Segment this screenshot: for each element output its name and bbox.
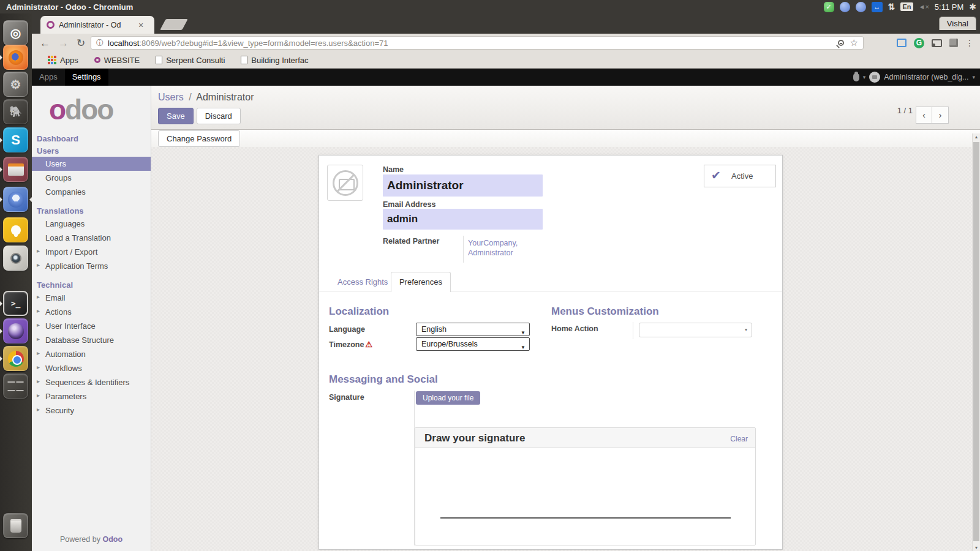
timezone-select[interactable]: Europe/Brussels ▼ [416, 337, 530, 351]
skype-icon[interactable]: S [3, 127, 28, 152]
name-field[interactable]: Administrator [383, 174, 543, 197]
volume-muted-icon[interactable]: ◄× [919, 3, 929, 10]
sidebar-item-sequences-identifiers[interactable]: ▸Sequences & Identifiers [32, 375, 151, 389]
sidebar-item-parameters[interactable]: ▸Parameters [32, 389, 151, 403]
sidebar-heading-dashboard[interactable]: Dashboard [32, 132, 151, 144]
trash-icon[interactable] [3, 513, 28, 538]
tab-access-rights[interactable]: Access Rights [337, 277, 388, 287]
chevron-down-icon[interactable]: ▾ [863, 74, 866, 80]
bookmark-apps[interactable]: Apps [48, 56, 78, 65]
nav-item-settings[interactable]: Settings [65, 69, 108, 86]
camera-app-icon[interactable] [3, 246, 28, 271]
postgresql-icon[interactable]: 🐘 [3, 99, 28, 124]
sidebar-item-security[interactable]: ▸Security [32, 403, 151, 418]
expand-arrow-icon: ▸ [37, 261, 40, 268]
name-label: Name [383, 165, 404, 174]
select-caret-icon: ▼ [521, 342, 526, 354]
sidebar-item-workflows[interactable]: ▸Workflows [32, 361, 151, 375]
skype-online-icon[interactable]: ✓ [824, 2, 834, 12]
archive-drawer-glyph [8, 163, 24, 176]
bookmark-website[interactable]: WEBSITE [94, 56, 140, 65]
sidebar-item-import-export[interactable]: ▸Import / Export [32, 245, 151, 259]
sidebar-item-email[interactable]: ▸Email [32, 291, 151, 305]
google-keep-icon[interactable] [3, 217, 28, 242]
cube-extension-icon[interactable] [949, 39, 958, 47]
sidebar-item-database-structure[interactable]: ▸Database Structure [32, 333, 151, 347]
workspace-switcher-icon[interactable] [3, 373, 28, 399]
chrome-icon[interactable] [3, 346, 28, 371]
scrollbar-thumb[interactable] [973, 142, 979, 541]
debug-bug-icon[interactable] [853, 73, 859, 81]
pager-previous-button[interactable]: ‹ [916, 107, 932, 124]
chevron-down-icon[interactable]: ▾ [972, 74, 975, 80]
browser-menu-icon[interactable]: ⋮ [965, 38, 974, 48]
teamviewer-icon[interactable]: ↔ [872, 2, 883, 12]
sidebar-heading-translations[interactable]: Translations [32, 204, 151, 217]
clear-signature-link[interactable]: Clear [730, 435, 748, 443]
sidebar-item-groups[interactable]: Groups [32, 171, 151, 185]
pager-next-button[interactable]: › [932, 107, 949, 124]
sidebar-item-automation[interactable]: ▸Automation [32, 347, 151, 361]
screen-capture-extension-icon[interactable] [897, 39, 907, 47]
network-arrows-icon[interactable]: ⇅ [888, 2, 895, 12]
keyboard-layout-indicator[interactable]: En [900, 2, 913, 11]
browser-tab-active[interactable]: Administrator - Od × [40, 16, 154, 34]
cast-extension-icon[interactable] [932, 39, 942, 47]
breadcrumb: Users / Administrator [158, 92, 254, 103]
nav-item-apps[interactable]: Apps [32, 69, 65, 86]
related-partner-link[interactable]: YourCompany, Administrator [468, 238, 529, 258]
page-scrollbar[interactable]: ▲ ▼ [972, 133, 980, 551]
tab-close-icon[interactable]: × [138, 20, 143, 30]
chromium-icon[interactable] [3, 187, 28, 212]
sidebar-menu: Dashboard Users Users Groups Companies T… [32, 132, 151, 418]
new-tab-button[interactable] [160, 19, 188, 30]
sidebar-item-application-terms[interactable]: ▸Application Terms [32, 259, 151, 273]
discard-button[interactable]: Discard [197, 108, 241, 124]
email-field[interactable]: admin [383, 209, 543, 230]
reload-button[interactable]: ↻ [77, 38, 85, 48]
tweak-tool-icon[interactable]: ⚙ [3, 72, 28, 97]
upload-file-button[interactable]: Upload your file [416, 391, 480, 405]
scroll-down-icon[interactable]: ▼ [973, 545, 980, 550]
sidebar-item-user-interface[interactable]: ▸User Interface [32, 319, 151, 333]
chromium-tray-icon[interactable] [856, 2, 866, 12]
language-select[interactable]: English ▼ [416, 323, 530, 336]
eclipse-icon[interactable] [3, 318, 28, 343]
sidebar-item-languages[interactable]: Languages [32, 217, 151, 231]
bookmark-star-icon[interactable]: ☆ [850, 37, 858, 48]
address-bar[interactable]: ⓘ localhost :8069/web?debug#id=1&view_ty… [91, 36, 864, 50]
bookmark-serpent-consulting[interactable]: Serpent Consulti [156, 56, 225, 65]
active-checkbox-group[interactable]: ✔ Active [704, 165, 776, 187]
sidebar-heading-technical[interactable]: Technical [32, 279, 151, 291]
firefox-icon[interactable] [3, 45, 28, 70]
file-archiver-icon[interactable] [3, 157, 28, 182]
scroll-up-icon[interactable]: ▲ [973, 135, 980, 139]
back-button[interactable]: ← [40, 38, 50, 48]
odoo-brand-link[interactable]: Odoo [102, 535, 123, 544]
clock[interactable]: 5:11 PM [935, 2, 963, 12]
signature-baseline [440, 517, 731, 519]
checkmark-icon[interactable]: ✔ [711, 168, 721, 182]
tab-preferences[interactable]: Preferences [391, 272, 451, 292]
home-action-combobox[interactable]: ▾ [639, 323, 752, 337]
change-password-button[interactable]: Change Password [158, 130, 240, 147]
sidebar-heading-users[interactable]: Users [32, 144, 151, 157]
user-menu[interactable]: Administrator (web_dig... [884, 73, 968, 81]
session-gear-icon[interactable]: ✱ [969, 2, 976, 12]
ubuntu-dash-icon[interactable]: ◎ [3, 20, 28, 45]
breadcrumb-users-link[interactable]: Users [158, 92, 184, 102]
terminal-icon[interactable]: >_ [3, 291, 28, 316]
save-button[interactable]: Save [158, 108, 194, 124]
browser-profile-chip[interactable]: Vishal [939, 17, 976, 30]
chromium-tray-icon[interactable] [840, 2, 850, 12]
sidebar-item-actions[interactable]: ▸Actions [32, 305, 151, 319]
sidebar-item-load-a-translation[interactable]: Load a Translation [32, 231, 151, 245]
menus-customization-section-title: Menus Customization [551, 305, 659, 318]
page-info-icon[interactable]: ⓘ [96, 38, 104, 48]
zoom-icon[interactable] [838, 40, 844, 46]
grammarly-extension-icon[interactable]: G [914, 38, 924, 48]
bookmark-building-interfaces[interactable]: Building Interfac [241, 56, 308, 65]
sidebar-item-companies[interactable]: Companies [32, 185, 151, 199]
sidebar-item-users[interactable]: Users [32, 157, 151, 171]
user-image-placeholder[interactable] [327, 165, 363, 201]
